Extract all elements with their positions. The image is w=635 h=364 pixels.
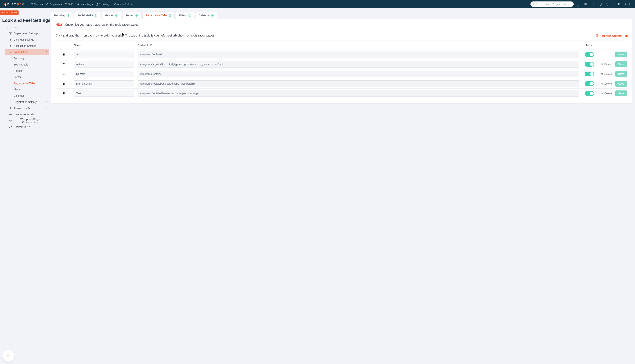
sidebar-item-look-feel[interactable]: Look & Feel˄: [5, 49, 49, 55]
sidebar-sub-label: Social Media: [14, 63, 28, 66]
search-help-icon[interactable]: ?: [575, 0, 576, 2]
logout-icon[interactable]: [629, 3, 632, 6]
sidebar-sub-calendar[interactable]: Calendar: [5, 93, 49, 98]
nav-programs[interactable]: Programs▾: [46, 3, 62, 6]
delete-label: Delete: [604, 92, 612, 95]
sidebar-item-redirect-urls[interactable]: Redirect URLs: [5, 124, 49, 130]
history-icon[interactable]: [623, 3, 626, 6]
delete-button[interactable]: Delete: [601, 92, 612, 95]
sidebar-sub-branding[interactable]: Branding: [5, 56, 49, 61]
active-toggle[interactable]: [585, 72, 594, 76]
sidebar-sub-registration-tabs[interactable]: Registration Tabs: [5, 80, 49, 86]
nav-label: Admin Tools: [117, 3, 130, 6]
tab-label: Footer: [126, 14, 134, 17]
tab-calendar[interactable]: Calendar: [196, 12, 217, 19]
drag-handle-icon[interactable]: [63, 82, 65, 85]
tools-icon: [114, 3, 116, 6]
nav-reporting[interactable]: Reporting▾: [96, 3, 111, 6]
live-site-label: Live Site: [580, 3, 588, 6]
row-name-input[interactable]: [74, 61, 134, 68]
sidebar-sub-footer[interactable]: Footer: [5, 74, 49, 80]
table-row: Delete Save: [56, 88, 628, 98]
save-button[interactable]: Save: [615, 52, 627, 58]
tab-header[interactable]: Header: [102, 12, 121, 19]
check-circle-icon: [135, 14, 138, 17]
check-circle-icon: [211, 14, 214, 17]
nav-staff[interactable]: Staff▾: [65, 3, 75, 6]
row-url-input[interactable]: [138, 61, 579, 68]
banner-text: Customize your tabs that show on the reg…: [65, 23, 138, 26]
col-name: Name: [72, 42, 136, 48]
save-button[interactable]: Save: [615, 71, 627, 77]
add-custom-tab-label: Add New Custom Tab: [599, 34, 628, 37]
close-menu-button[interactable]: Close Menu: [0, 10, 19, 15]
row-url-input[interactable]: [138, 51, 579, 58]
row-url-input[interactable]: [138, 80, 579, 87]
close-menu-label: Close Menu: [5, 12, 17, 14]
banner: NEW! Customize your tabs that show on th…: [56, 23, 628, 26]
active-toggle[interactable]: [585, 91, 594, 96]
save-button[interactable]: Save: [615, 90, 627, 96]
help-icon[interactable]: [606, 3, 608, 6]
sidebar-item-label: Notification Settings: [14, 44, 36, 47]
nav-marketing[interactable]: Marketing▾: [77, 3, 93, 6]
drag-handle-icon[interactable]: [63, 63, 65, 66]
sidebar-sub-social-media[interactable]: Social Media: [5, 62, 49, 67]
chevron-left-icon: [2, 12, 4, 14]
search-input[interactable]: [530, 2, 574, 7]
gear-icon[interactable]: [611, 3, 614, 6]
sidebar-item-registration-settings[interactable]: Registration Settings˅: [5, 99, 49, 105]
row-name-input[interactable]: [74, 51, 134, 58]
drag-handle-icon[interactable]: [63, 73, 65, 75]
bell-icon: [9, 38, 12, 41]
active-toggle[interactable]: [585, 52, 594, 57]
top-navbar: PLAYBOOK Calendar Programs▾ Staff▾ Marke…: [0, 0, 635, 8]
sidebar-item-calendar-settings[interactable]: Calendar Settings: [5, 37, 49, 42]
row-url-input[interactable]: [138, 71, 579, 77]
tab-registration-tabs[interactable]: Registration Tabs: [142, 12, 174, 19]
delete-button[interactable]: Delete: [601, 82, 612, 85]
delete-button[interactable]: Delete: [601, 72, 612, 76]
sidebar-sub-filters[interactable]: Filters: [5, 87, 49, 92]
tab-filters[interactable]: Filters: [176, 12, 194, 19]
sidebar-item-notification-settings[interactable]: Notification Settings: [5, 43, 49, 48]
tab-branding[interactable]: Branding: [51, 12, 73, 19]
sidebar-sub-header[interactable]: Header: [5, 68, 49, 74]
sidebar-item-organization-settings[interactable]: Organization Settings: [5, 31, 49, 36]
tab-footer[interactable]: Footer: [123, 12, 141, 19]
nav-label: Staff: [68, 3, 73, 6]
nav-admin-tools[interactable]: Admin Tools▾: [114, 3, 132, 6]
search-wrap: ?: [530, 2, 574, 7]
nav-calendar[interactable]: Calendar: [31, 3, 44, 6]
save-button[interactable]: Save: [615, 61, 627, 67]
tab-social-media[interactable]: Social Media: [74, 12, 100, 19]
sidebar-sub-label: Registration Tabs: [14, 82, 35, 85]
sidebar-item-wordpress-plugin-customization[interactable]: Wordpress Plugin Customization: [5, 118, 49, 124]
sidebar-item-transaction-fees[interactable]: Transaction Fees˅: [5, 106, 49, 111]
active-toggle[interactable]: [585, 62, 594, 66]
save-label: Save: [618, 92, 624, 95]
magic-wand-icon[interactable]: [600, 3, 603, 6]
divider: [56, 30, 628, 30]
chevron-up-icon: ˄: [46, 51, 47, 54]
save-label: Save: [618, 72, 624, 76]
drag-handle-icon[interactable]: [63, 92, 65, 95]
caret-down-icon: ▾: [92, 3, 93, 5]
row-name-input[interactable]: [74, 71, 134, 77]
save-button[interactable]: Save: [615, 81, 627, 86]
row-name-input[interactable]: [74, 90, 134, 97]
active-toggle[interactable]: [585, 81, 594, 86]
brand-logo[interactable]: PLAYBOOK: [3, 2, 27, 6]
caret-down-icon: ▾: [61, 3, 62, 5]
row-url-input[interactable]: [138, 90, 579, 97]
row-name-input[interactable]: [74, 80, 134, 87]
drag-handle-icon[interactable]: [63, 53, 65, 56]
sidebar-item-label: Calendar Settings: [14, 38, 34, 41]
add-custom-tab-button[interactable]: Add New Custom Tab: [596, 34, 628, 37]
sidebar-item-customize-emails[interactable]: Customize Emails˅: [5, 112, 49, 117]
delete-button[interactable]: Delete: [601, 63, 612, 66]
live-site-button[interactable]: Live Site: [577, 2, 594, 7]
trash-icon: [601, 82, 603, 85]
wordpress-icon: [9, 120, 12, 122]
add-user-icon[interactable]: [617, 3, 620, 6]
